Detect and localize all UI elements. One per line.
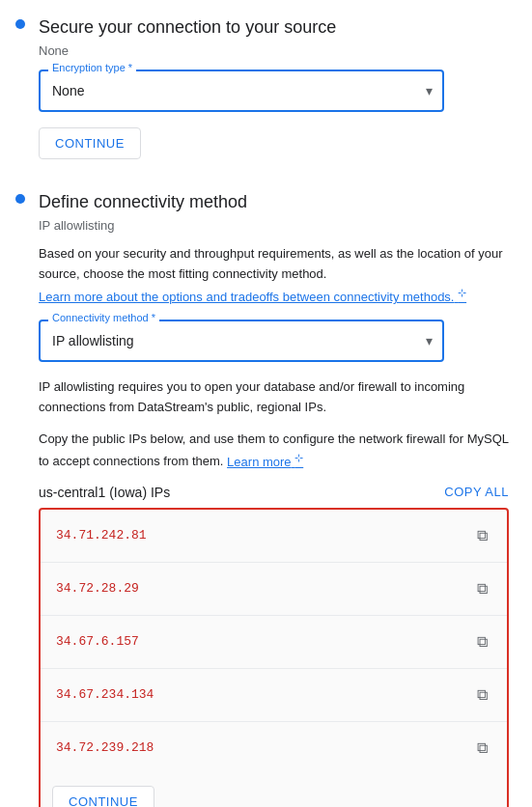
section-2: Define connectivity method IP allowlisti… [0, 190, 532, 807]
encryption-type-select[interactable]: None SSL [39, 70, 444, 112]
ip-address-5: 34.72.239.218 [56, 740, 154, 755]
encryption-label: Encryption type * [48, 62, 136, 73]
section-1: Secure your connection to your source No… [0, 15, 532, 182]
ip-row: 34.72.28.29 ⧉ [41, 563, 507, 616]
section-1-bullet [15, 19, 25, 29]
ip-row: 34.71.242.81 ⧉ [41, 510, 507, 563]
copy-ip-2-button[interactable]: ⧉ [473, 576, 491, 601]
ip-row: 34.67.234.134 ⧉ [41, 669, 507, 722]
copy-ip-4-button[interactable]: ⧉ [473, 682, 491, 708]
ip-row: 34.67.6.157 ⧉ [41, 616, 507, 669]
connectivity-label: Connectivity method * [48, 312, 159, 323]
external-link-icon: ⊹ [458, 287, 466, 298]
learn-more-mysql-link[interactable]: Learn more ⊹ [227, 455, 303, 469]
section-1-subtitle: None [39, 43, 509, 58]
ip-address-4: 34.67.234.134 [56, 687, 154, 702]
section-2-continue-button[interactable]: CONTINUE [52, 786, 154, 807]
section-2-title: Define connectivity method [39, 190, 509, 214]
section-1-continue-button[interactable]: CONTINUE [39, 127, 141, 159]
ip-table-container: 34.71.242.81 ⧉ 34.72.28.29 ⧉ 34.67.6.157… [39, 508, 509, 807]
section-2-description-1: Based on your security and throughput re… [39, 244, 509, 308]
section-2-description-2: IP allowlisting requires you to open you… [39, 377, 509, 418]
page-container: Secure your connection to your source No… [0, 0, 532, 807]
ip-address-1: 34.71.242.81 [56, 528, 147, 543]
ip-address-2: 34.72.28.29 [56, 581, 139, 596]
section-2-bullet [15, 194, 25, 204]
ip-region-label: us-central1 (Iowa) IPs [39, 485, 170, 500]
connectivity-field-container: Connectivity method * IP allowlisting Fo… [39, 320, 444, 362]
ip-row: 34.72.239.218 ⧉ [41, 722, 507, 774]
learn-more-connectivity-link[interactable]: Learn more about the options and tradeof… [39, 290, 466, 304]
learn-more-external-icon: ⊹ [294, 451, 303, 462]
copy-all-button[interactable]: COPY ALL [444, 485, 509, 499]
copy-ip-1-button[interactable]: ⧉ [473, 523, 491, 548]
copy-ip-5-button[interactable]: ⧉ [473, 736, 491, 761]
section-2-description-3: Copy the public IPs below, and use them … [39, 430, 509, 473]
section-1-title: Secure your connection to your source [39, 15, 509, 40]
ip-section-header: us-central1 (Iowa) IPs COPY ALL [39, 485, 509, 500]
connectivity-method-select[interactable]: IP allowlisting Forward-SSH tunnel Priva… [39, 320, 444, 362]
ip-address-3: 34.67.6.157 [56, 634, 139, 649]
encryption-field-container: Encryption type * None SSL ▾ [39, 70, 444, 112]
section-2-subtitle: IP allowlisting [39, 218, 509, 233]
copy-ip-3-button[interactable]: ⧉ [473, 629, 491, 654]
